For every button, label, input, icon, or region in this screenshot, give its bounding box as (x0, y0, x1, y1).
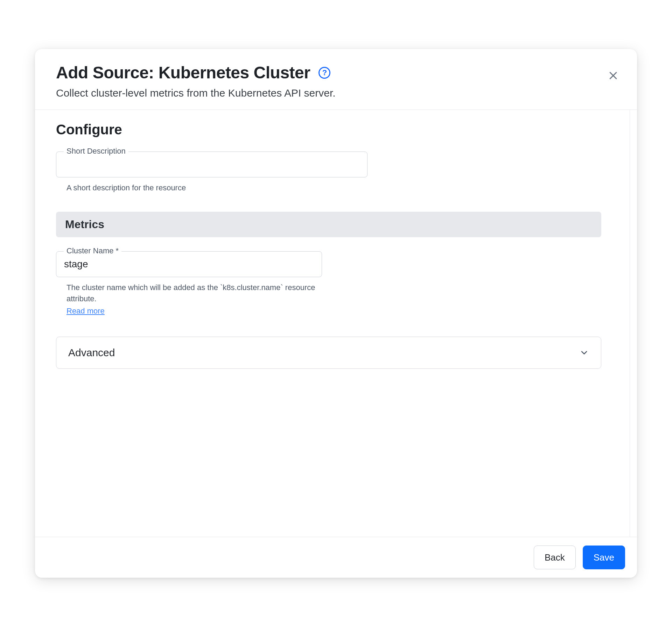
metrics-section-header: Metrics (56, 212, 601, 237)
short-description-help: A short description for the resource (66, 182, 332, 194)
metrics-section-title: Metrics (65, 218, 104, 231)
modal-body: Configure Short Description A short desc… (35, 110, 630, 537)
advanced-toggle[interactable]: Advanced (56, 337, 601, 369)
back-button[interactable]: Back (534, 546, 576, 569)
configure-section-title: Configure (56, 122, 609, 138)
modal-footer: Back Save (35, 537, 637, 578)
modal-subtitle: Collect cluster-level metrics from the K… (56, 87, 616, 99)
close-icon (608, 70, 618, 81)
title-row: Add Source: Kubernetes Cluster ? (56, 63, 616, 82)
modal-title: Add Source: Kubernetes Cluster (56, 63, 310, 82)
short-description-field-group: Short Description (56, 152, 609, 177)
short-description-label: Short Description (64, 147, 128, 156)
help-icon-glyph: ? (322, 68, 327, 77)
cluster-name-help: The cluster name which will be added as … (66, 282, 332, 304)
chevron-down-icon (579, 348, 589, 358)
advanced-label: Advanced (68, 347, 115, 359)
close-button[interactable] (606, 69, 620, 83)
help-icon[interactable]: ? (318, 67, 330, 79)
add-source-modal: Add Source: Kubernetes Cluster ? Collect… (35, 49, 637, 578)
save-button[interactable]: Save (583, 546, 625, 569)
modal-header: Add Source: Kubernetes Cluster ? Collect… (35, 49, 637, 110)
cluster-name-label: Cluster Name * (64, 246, 121, 255)
cluster-name-field-group: Cluster Name * (56, 251, 609, 277)
cluster-name-read-more-link[interactable]: Read more (66, 307, 105, 316)
